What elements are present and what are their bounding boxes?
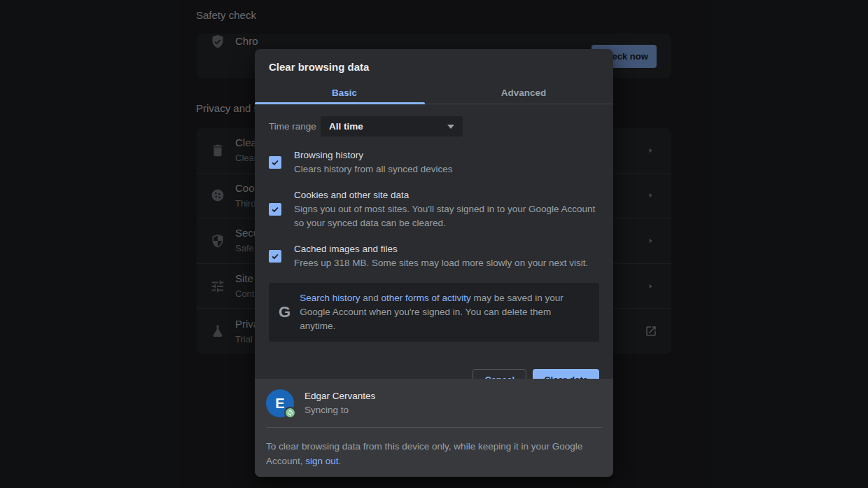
clear-browsing-data-dialog: Clear browsing data Basic Advanced Time … [255,49,613,477]
checkmark-icon [270,158,280,167]
time-range-select[interactable]: All time [321,116,463,137]
google-g-icon: G [279,303,290,321]
cached-images-row: Cached images and files Frees up 318 MB.… [269,242,599,270]
sign-out-link[interactable]: sign out [305,456,338,466]
cookies-checkbox[interactable] [269,203,281,216]
account-name: Edgar Cervantes [304,389,375,403]
signout-text: To clear browsing data from this device … [266,439,595,468]
avatar: E [266,389,294,417]
cached-images-checkbox[interactable] [269,250,281,263]
dialog-tabs: Basic Advanced [255,81,613,104]
account-row: E Edgar Cervantes Syncing to [266,379,602,417]
sync-status: Syncing to [304,403,375,417]
time-range-row: Time range All time [269,116,599,137]
time-range-label: Time range [269,121,321,132]
checkmark-icon [270,204,280,214]
checkmark-icon [270,251,280,261]
google-notice-text: Search history and other forms of activi… [300,291,588,333]
dialog-title: Clear browsing data [255,49,613,81]
other-activity-link[interactable]: other forms of activity [381,293,470,303]
tab-basic[interactable]: Basic [255,81,434,104]
dialog-footer: E Edgar Cervantes Syncing to To clear br… [255,379,613,477]
dropdown-caret-icon [447,125,454,129]
tab-advanced[interactable]: Advanced [434,81,613,104]
footer-divider [266,427,602,428]
search-history-link[interactable]: Search history [300,293,360,303]
time-range-value: All time [329,121,447,132]
cookies-checkbox-row: Cookies and other site data Signs you ou… [269,188,599,230]
google-account-notice: G Search history and other forms of acti… [269,283,599,342]
sync-badge-icon [284,407,296,419]
browsing-history-row: Browsing history Clears history from all… [269,148,599,176]
browsing-history-checkbox[interactable] [269,156,281,169]
